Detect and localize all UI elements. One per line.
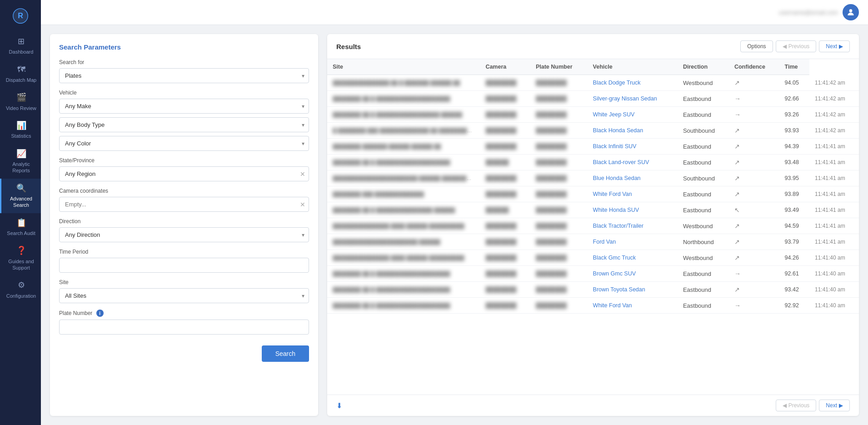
- any-region-clear-btn[interactable]: ✕: [300, 170, 305, 178]
- cell-camera: ████████: [480, 139, 530, 155]
- vehicle-link[interactable]: Black Infiniti SUV: [593, 143, 637, 150]
- search-audit-icon: 📋: [16, 218, 26, 228]
- cell-arrow: ↗: [729, 186, 779, 202]
- cell-camera: ████████: [480, 186, 530, 202]
- site-select[interactable]: All Sites: [59, 288, 309, 303]
- options-button[interactable]: Options: [740, 40, 773, 52]
- cell-arrow: →: [729, 266, 779, 282]
- sidebar-item-label-analytic-reports: Analytic Reports: [4, 161, 39, 174]
- cell-direction: Eastbound: [678, 139, 729, 155]
- site-label: Site: [59, 279, 309, 285]
- vehicle-name: White Ford Van: [593, 191, 632, 197]
- table-row[interactable]: ████████ ██ █ █████████████████████ ████…: [327, 91, 859, 107]
- cell-plate: ████████: [530, 170, 588, 186]
- table-row[interactable]: ████████ ██ █ █████████████████████ ████…: [327, 266, 859, 282]
- table-row[interactable]: ████████ ██ █ █████████████████████ ████…: [327, 298, 859, 314]
- state-province-group: State/Province ✕: [59, 157, 309, 181]
- results-table-wrapper: Site Camera Plate Number Vehicle Directi…: [327, 59, 859, 395]
- search-parameters-panel: Search Parameters Search for Plates Vehi…: [50, 34, 318, 416]
- cell-confidence: 92.61: [779, 266, 809, 282]
- vehicle-group: Vehicle Any Make Any Body Type Any Color: [59, 90, 309, 151]
- any-body-type-select[interactable]: Any Body Type: [59, 117, 309, 132]
- direction-select[interactable]: Any Direction Northbound Southbound East…: [59, 227, 309, 242]
- any-make-select[interactable]: Any Make: [59, 99, 309, 114]
- app-logo[interactable]: R: [9, 5, 32, 27]
- table-row[interactable]: ████████ ██ █ ██████████████████ ██████ …: [327, 107, 859, 123]
- next-button-top[interactable]: Next ▶: [819, 40, 850, 52]
- col-vehicle: Vehicle: [588, 59, 678, 75]
- sidebar-item-label-guides-support: Guides and Support: [4, 258, 39, 271]
- cell-site: ████████ ██ █ ██████████████████ ██████: [327, 107, 480, 123]
- results-table-header: Site Camera Plate Number Vehicle Directi…: [327, 59, 859, 75]
- camera-coords-clear-btn[interactable]: ✕: [300, 201, 305, 208]
- search-button[interactable]: Search: [262, 345, 309, 362]
- cell-vehicle: Black Land-rover SUV: [588, 155, 678, 170]
- guides-support-icon: ❓: [16, 245, 26, 256]
- sidebar-item-dispatch-map[interactable]: 🗺Dispatch Map: [0, 60, 41, 88]
- cell-direction: Eastbound: [678, 186, 729, 202]
- cell-confidence: 93.79: [779, 234, 809, 250]
- cell-arrow: →: [729, 91, 779, 107]
- sidebar-item-search-audit[interactable]: 📋Search Audit: [0, 213, 41, 241]
- cell-vehicle: Brown Gmc SUV: [588, 266, 678, 282]
- table-row[interactable]: ████████ ██ █ ████████████████ ██████ ██…: [327, 202, 859, 218]
- table-row[interactable]: ████████ ███████ ██████ ██████ ██ ██████…: [327, 139, 859, 155]
- sidebar: R ⊞Dashboard🗺Dispatch Map🎬Video Review📊S…: [0, 0, 41, 425]
- plate-number-info-icon[interactable]: i: [96, 310, 104, 317]
- vehicle-link[interactable]: White Honda SUV: [593, 207, 639, 213]
- cell-vehicle: Black Tractor/Trailer: [588, 218, 678, 234]
- vehicle-link[interactable]: Black Land-rover SUV: [593, 159, 649, 165]
- any-region-input[interactable]: [59, 166, 309, 181]
- cell-vehicle: Blue Honda Sedan: [588, 170, 678, 186]
- cell-arrow: ↗: [729, 250, 779, 266]
- cell-time: 11:41:42 am: [809, 75, 859, 91]
- cell-direction: Westbound: [678, 75, 729, 91]
- table-row[interactable]: ████████ ███ ██████████████ ████████ ███…: [327, 186, 859, 202]
- search-for-select[interactable]: Plates: [59, 68, 309, 83]
- any-color-select[interactable]: Any Color: [59, 136, 309, 151]
- sidebar-item-configuration[interactable]: ⚙Configuration: [0, 275, 41, 304]
- vehicle-link[interactable]: Blue Honda Sedan: [593, 175, 641, 181]
- table-row[interactable]: ████████ ██ █ █████████████████████ ████…: [327, 282, 859, 298]
- time-period-input[interactable]: 2020-08-12 00:00:00 - 2020-08-19 23:59:5…: [59, 258, 309, 273]
- cell-site: ████████ ██ █ █████████████████████: [327, 266, 480, 282]
- table-row[interactable]: ████████████████ ██ █ ███████ ██████ ██ …: [327, 75, 859, 91]
- cell-direction: Eastbound: [678, 155, 729, 170]
- sidebar-item-label-dispatch-map: Dispatch Map: [6, 77, 36, 83]
- cell-confidence: 93.93: [779, 123, 809, 139]
- cell-plate: ████████: [530, 75, 588, 91]
- cell-confidence: 94.39: [779, 139, 809, 155]
- table-row[interactable]: █ ████████ ███ ██████████████ ██ ███████…: [327, 123, 859, 139]
- vehicle-link[interactable]: Black Dodge Truck: [593, 80, 641, 86]
- sidebar-item-label-video-review: Video Review: [6, 105, 36, 111]
- sidebar-item-label-advanced-search: Advanced Search: [4, 195, 39, 209]
- svg-text:R: R: [18, 11, 23, 20]
- previous-button-top[interactable]: ◀ Previous: [776, 40, 817, 52]
- vehicle-link[interactable]: White Jeep SUV: [593, 111, 635, 118]
- cell-confidence: 93.26: [779, 107, 809, 123]
- avatar[interactable]: [843, 4, 859, 20]
- download-icon[interactable]: ⬇: [336, 401, 342, 410]
- table-row[interactable]: ████████████████████████ ██████ ████████…: [327, 170, 859, 186]
- sidebar-item-guides-support[interactable]: ❓Guides and Support: [0, 241, 41, 275]
- table-row[interactable]: ████████████████████████ ██████ ████████…: [327, 234, 859, 250]
- next-button-bottom[interactable]: Next ▶: [819, 400, 850, 411]
- dashboard-icon: ⊞: [18, 36, 25, 47]
- sidebar-item-analytic-reports[interactable]: 📈Analytic Reports: [0, 144, 41, 179]
- sidebar-item-advanced-search[interactable]: 🔍Advanced Search: [0, 179, 41, 213]
- plate-number-input[interactable]: [59, 320, 309, 335]
- table-row[interactable]: ████████████████ ████ ██████ ██████████ …: [327, 250, 859, 266]
- search-for-label: Search for: [59, 59, 309, 65]
- configuration-icon: ⚙: [18, 280, 25, 290]
- previous-button-bottom[interactable]: ◀ Previous: [776, 400, 817, 411]
- table-row[interactable]: ████████████████ ████ ██████ ██████████ …: [327, 218, 859, 234]
- sidebar-item-dashboard[interactable]: ⊞Dashboard: [0, 32, 41, 60]
- sidebar-item-label-dashboard: Dashboard: [9, 49, 34, 55]
- sidebar-item-statistics[interactable]: 📊Statistics: [0, 116, 41, 144]
- vehicle-link[interactable]: Brown Gmc SUV: [593, 270, 636, 277]
- cell-plate: ████████: [530, 218, 588, 234]
- table-row[interactable]: ████████ ██ █ █████████████████████ ████…: [327, 155, 859, 170]
- cell-vehicle: Brown Toyota Sedan: [588, 282, 678, 298]
- sidebar-item-video-review[interactable]: 🎬Video Review: [0, 88, 41, 116]
- camera-coordinates-input[interactable]: [59, 197, 309, 212]
